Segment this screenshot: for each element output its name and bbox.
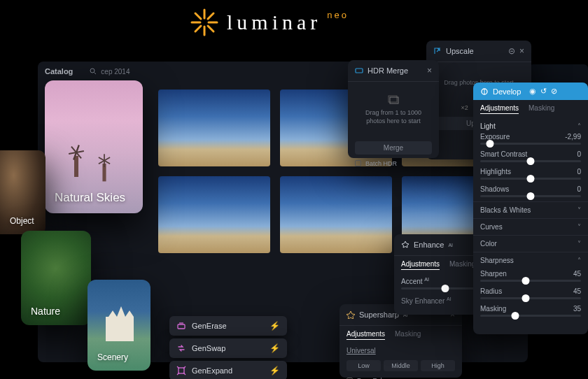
group-color[interactable]: Color˅: [473, 235, 588, 252]
search-icon: [90, 68, 97, 75]
genErase-icon: [176, 321, 186, 331]
stack-icon: [386, 94, 400, 106]
merge-button[interactable]: Merge: [355, 141, 432, 155]
tab-adjustments[interactable]: Adjustments: [480, 104, 519, 114]
hdr-dropzone[interactable]: Drag from 1 to 1000photos here to start: [348, 82, 439, 138]
supersharp-icon: [346, 310, 355, 319]
svg-line-5: [208, 26, 214, 31]
app-logo: luminar neo: [189, 7, 349, 38]
scale-x2[interactable]: ×2: [461, 104, 468, 111]
preset-label: Nature: [31, 306, 60, 317]
tab-masking[interactable]: Masking: [528, 104, 554, 114]
tab-adjustments[interactable]: Adjustments: [401, 260, 440, 270]
photo-thumb[interactable]: [158, 90, 270, 166]
search-text: сер 2014: [101, 68, 130, 76]
svg-line-4: [195, 13, 201, 19]
reset-icon[interactable]: ⊘: [551, 87, 557, 96]
genSwap-icon: [176, 343, 186, 353]
upscale-title: Upscale: [446, 47, 474, 55]
slider-sharpen[interactable]: Sharpen45: [473, 269, 588, 286]
preset-label: Natural Skies: [55, 191, 125, 205]
hdr-title: HDR Merge: [368, 66, 408, 75]
settings-icon[interactable]: ⊝: [508, 46, 515, 56]
logo-spark-icon: [189, 7, 220, 38]
batch-checkbox[interactable]: [355, 160, 361, 166]
supersharp-title: Supersharp: [359, 310, 399, 319]
visibility-icon[interactable]: ◉: [529, 87, 536, 96]
castle-icon: [106, 306, 134, 341]
svg-line-7: [195, 26, 201, 31]
preset-card-natural-skies[interactable]: Natural Skies: [45, 80, 143, 213]
slider-shadows[interactable]: Shadows0: [473, 184, 588, 201]
svg-point-8: [90, 69, 94, 73]
strength-low[interactable]: Low: [346, 360, 381, 371]
tab-masking[interactable]: Masking: [449, 260, 475, 270]
gen-label: GenErase: [192, 322, 227, 330]
develop-title: Develop: [493, 87, 521, 96]
strength-high[interactable]: High: [421, 360, 455, 371]
hdr-icon: [355, 66, 363, 75]
bolt-icon: ⚡: [270, 321, 280, 331]
tab-masking[interactable]: Masking: [395, 330, 421, 340]
genErase-button[interactable]: GenErase ⚡: [169, 316, 287, 336]
logo-wordmark: luminar: [227, 10, 321, 34]
undo-icon[interactable]: ↺: [540, 87, 547, 96]
gen-label: GenExpand: [192, 366, 232, 375]
supersharp-panel: Supersharp AI × Adjustments Masking Univ…: [340, 304, 462, 378]
group-curves[interactable]: Curves˅: [473, 218, 588, 235]
slider-exposure[interactable]: Exposure-2,99: [473, 131, 588, 149]
preset-label: Object: [10, 216, 34, 226]
slider-masking[interactable]: Masking35: [473, 303, 588, 321]
preset-card-object[interactable]: Object: [0, 150, 46, 234]
svg-line-9: [94, 73, 97, 75]
svg-rect-13: [356, 69, 363, 73]
gen-label: GenSwap: [192, 344, 225, 352]
svg-rect-12: [178, 368, 184, 373]
bolt-icon: ⚡: [270, 366, 280, 376]
preset-label: Scenery: [97, 352, 128, 362]
genExpand-button[interactable]: GenExpand ⚡: [169, 361, 287, 379]
slider-highlights[interactable]: Highlights0: [473, 166, 588, 184]
tab-adjustments[interactable]: Adjustments: [346, 330, 385, 340]
chevron-up-icon[interactable]: ˄: [578, 122, 581, 130]
mode-select[interactable]: Universal: [340, 344, 462, 357]
hdr-panel: HDR Merge × Drag from 1 to 1000photos he…: [348, 60, 439, 158]
develop-panel: Develop ◉ ↺ ⊘ Adjustments Masking Light˄…: [473, 83, 588, 334]
photo-thumb[interactable]: [158, 176, 270, 253]
photo-thumb[interactable]: [280, 176, 392, 253]
genExpand-icon: [176, 366, 186, 376]
svg-rect-10: [178, 324, 185, 329]
develop-icon: [480, 87, 489, 96]
windmill-icon: [66, 143, 87, 177]
group-sharpness[interactable]: Sharpness˄: [473, 252, 588, 269]
windmill-icon: [95, 153, 113, 182]
slider-smart-contrast[interactable]: Smart Contrast0: [473, 149, 588, 166]
bolt-icon: ⚡: [270, 343, 280, 353]
catalog-search[interactable]: сер 2014: [90, 68, 130, 76]
strength-middle[interactable]: Middle: [384, 360, 418, 371]
enhance-icon: [401, 241, 410, 249]
catalog-title: Catalog: [45, 67, 73, 76]
upscale-icon: [433, 47, 442, 55]
preset-card-scenery[interactable]: Scenery: [88, 280, 150, 371]
genSwap-button[interactable]: GenSwap ⚡: [169, 338, 287, 358]
group-blacks-whites[interactable]: Blacks & Whites˅: [473, 201, 588, 218]
svg-line-6: [208, 13, 214, 19]
slider-radius[interactable]: Radius45: [473, 286, 588, 303]
section-light[interactable]: Light: [480, 122, 496, 130]
close-icon[interactable]: ×: [519, 46, 524, 56]
close-icon[interactable]: ×: [427, 66, 432, 76]
logo-neo: neo: [327, 10, 349, 20]
preset-card-nature[interactable]: Nature: [21, 231, 91, 325]
enhance-title: Enhance: [414, 241, 444, 249]
